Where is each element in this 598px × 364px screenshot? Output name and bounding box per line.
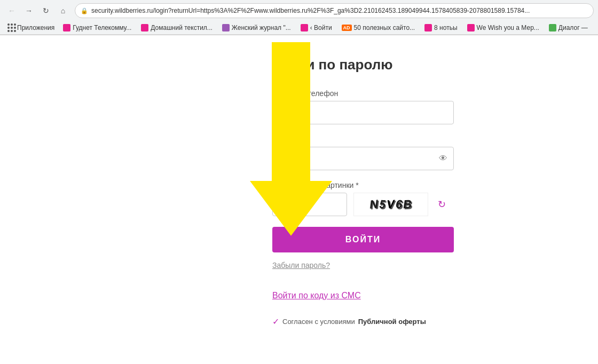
captcha-group: Введите код с картинки * N5V6B ↻ xyxy=(272,181,566,216)
captcha-label: Введите код с картинки * xyxy=(272,181,566,189)
bookmark-notes-icon xyxy=(424,24,432,31)
apps-grid-icon xyxy=(7,23,16,32)
bookmark-apps[interactable]: Приложения xyxy=(4,22,58,33)
bookmark-apps-label: Приложения xyxy=(17,24,54,31)
page-title: Войти по паролю xyxy=(272,57,566,73)
nav-buttons: ← → ↻ ⌂ xyxy=(4,3,70,18)
bookmark-wishyou-label: We Wish you a Мер... xyxy=(477,24,539,31)
ad-badge-icon: AD xyxy=(342,25,352,31)
terms-row: ✓ Согласен с условиями Публичной оферты xyxy=(272,316,566,327)
password-group: Пароль 👁 xyxy=(272,135,566,170)
email-label: Email или телефон xyxy=(272,89,566,98)
password-label: Пароль xyxy=(272,135,566,144)
bookmark-ad50[interactable]: AD 50 полезных сайто... xyxy=(337,23,420,33)
bookmark-ad50-label: 50 полезных сайто... xyxy=(354,24,415,31)
bookmark-journal[interactable]: Женский журнал "... xyxy=(218,23,295,33)
bookmark-login-label: ‹ Войти xyxy=(310,24,332,31)
reload-button[interactable]: ↻ xyxy=(38,3,53,18)
terms-prefix: Согласен с условиями xyxy=(282,318,355,326)
bookmark-dialog[interactable]: Диалог — xyxy=(545,23,592,33)
captcha-image: N5V6B xyxy=(353,193,428,216)
bookmark-telecom[interactable]: Гуднет Телекомму... xyxy=(59,23,136,33)
address-bar[interactable]: 🔒 security.wildberries.ru/login?returnUr… xyxy=(75,3,594,18)
show-password-icon[interactable]: 👁 xyxy=(439,154,447,163)
bookmarks-bar: Приложения Гуднет Телекомму... Домашний … xyxy=(0,21,598,35)
captcha-refresh-icon[interactable]: ↻ xyxy=(438,199,446,210)
email-input[interactable] xyxy=(272,101,454,124)
terms-link[interactable]: Публичной оферты xyxy=(358,318,426,326)
bookmark-login-icon xyxy=(301,24,308,31)
url-text: security.wildberries.ru/login?returnUrl=… xyxy=(91,7,530,14)
bookmark-login[interactable]: ‹ Войти xyxy=(296,23,336,33)
bookmark-telecom-label: Гуднет Телекомму... xyxy=(73,24,131,31)
forgot-password-link[interactable]: Забыли пароль? xyxy=(272,261,566,270)
bookmark-notes-label: 8 нотьы xyxy=(434,24,457,31)
bookmark-textile[interactable]: Домашний текстил... xyxy=(137,23,216,33)
bookmark-textile-label: Домашний текстил... xyxy=(151,24,212,31)
sms-login-link[interactable]: Войти по коду из СМС xyxy=(272,291,566,300)
bookmark-wishyou-icon xyxy=(467,24,475,31)
browser-chrome: ← → ↻ ⌂ 🔒 security.wildberries.ru/login?… xyxy=(0,0,598,35)
check-icon: ✓ xyxy=(272,316,279,327)
home-button[interactable]: ⌂ xyxy=(56,3,70,18)
login-form-panel: Войти по паролю Email или телефон Пароль… xyxy=(240,35,598,364)
page-content: Войти по паролю Email или телефон Пароль… xyxy=(0,35,598,364)
bookmark-dialog-icon xyxy=(549,24,556,31)
password-wrapper: 👁 xyxy=(272,147,454,170)
bookmark-telecom-icon xyxy=(63,24,70,31)
browser-toolbar: ← → ↻ ⌂ 🔒 security.wildberries.ru/login?… xyxy=(0,0,598,21)
captcha-row: N5V6B ↻ xyxy=(272,193,566,216)
captcha-display: N5V6B xyxy=(369,197,412,211)
bookmark-textile-icon xyxy=(141,24,148,31)
bookmark-journal-label: Женский журнал "... xyxy=(232,24,291,31)
bookmark-wishyou[interactable]: We Wish you a Мер... xyxy=(463,23,544,33)
bookmark-dialog-label: Диалог — xyxy=(558,24,588,31)
login-button[interactable]: ВОЙТИ xyxy=(272,227,454,252)
bookmark-journal-icon xyxy=(222,24,230,31)
password-input[interactable] xyxy=(272,147,454,170)
email-group: Email или телефон xyxy=(272,89,566,124)
ssl-lock-icon: 🔒 xyxy=(81,7,88,14)
back-button[interactable]: ← xyxy=(4,3,19,18)
captcha-input[interactable] xyxy=(272,193,347,216)
forward-button[interactable]: → xyxy=(21,3,36,18)
left-panel xyxy=(0,35,240,364)
bookmark-notes[interactable]: 8 нотьы xyxy=(420,23,461,33)
